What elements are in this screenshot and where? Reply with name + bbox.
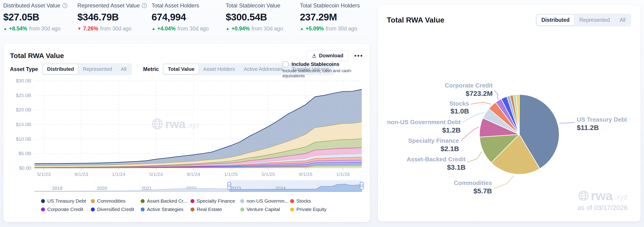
stat-label: Total Asset Holders — [152, 2, 226, 9]
asset-type-option-represented[interactable]: Represented — [78, 64, 116, 74]
legend-dot — [290, 199, 294, 203]
asset-type-label: Asset Type — [10, 66, 38, 72]
stat-label: Represented Asset Value? — [78, 2, 152, 9]
pie-asset-type-option-distributed[interactable]: Distributed — [536, 15, 574, 26]
pie-callout-line — [471, 102, 491, 104]
legend-label: Specialty Finance — [197, 198, 235, 204]
chart-legend: US Treasury DebtCommoditiesAsset-Backed … — [41, 198, 340, 212]
stat-label: Total Stablecoin Value — [226, 2, 300, 9]
legend-dot — [41, 199, 45, 203]
stat-card-2: Total Asset Holders674,994▲+4.04%from 30… — [152, 2, 226, 32]
legend-dot — [240, 199, 244, 203]
stat-value: $300.54B — [226, 12, 300, 23]
pie-callout-line — [494, 90, 498, 100]
svg-text:5/1/24: 5/1/24 — [149, 171, 163, 177]
stacked-area-chart: $30.0B$25.0B$20.0B$15.0B$10.0B$5.0B$0.00… — [4, 76, 370, 192]
info-icon[interactable]: ? — [142, 3, 147, 8]
stat-card-0: Distributed Asset Value?$27.05B▲+8.54%fr… — [3, 2, 78, 32]
svg-text:1/1/24: 1/1/24 — [112, 171, 126, 177]
asset-type-option-distributed[interactable]: Distributed — [43, 64, 78, 74]
legend-label: Real Estate — [197, 206, 222, 212]
pie-label-name: Corporate Credit — [445, 82, 493, 89]
stat-delta: ▲+5.09%from 30d ago — [300, 26, 374, 32]
svg-text:$5.0B: $5.0B — [18, 151, 31, 156]
info-icon[interactable]: ? — [62, 3, 68, 8]
up-arrow-icon: ▲ — [3, 27, 7, 31]
svg-text:1/1/26: 1/1/26 — [336, 171, 350, 177]
metric-option-asset-holders[interactable]: Asset Holders — [199, 64, 240, 74]
rwa-watermark-block: rwa .xyz as of 03/17/2026 — [578, 188, 628, 212]
asset-type-option-all[interactable]: All — [116, 64, 131, 74]
legend-dot — [141, 199, 144, 203]
legend-label: Corporate Credit — [47, 206, 83, 212]
download-label: Download — [319, 53, 344, 59]
panel-title: Total RWA Value — [387, 16, 536, 24]
svg-text:$0.00: $0.00 — [19, 165, 31, 171]
pie-label-name: US Treasury Debt — [577, 116, 627, 123]
legend-item-real-estate[interactable]: Real Estate — [190, 206, 240, 212]
pie-callout-line — [467, 152, 482, 162]
svg-text:5/1/23: 5/1/23 — [37, 171, 50, 177]
legend-item-stocks[interactable]: Stocks — [290, 198, 340, 204]
metric-label: Metric — [143, 66, 159, 72]
svg-text:$15.0B: $15.0B — [16, 122, 31, 127]
stats-row: Distributed Asset Value?$27.05B▲+8.54%fr… — [3, 2, 374, 32]
stat-label: Total Stablecoin Holders — [300, 2, 374, 9]
include-stablecoins-checkbox[interactable] — [282, 61, 288, 67]
metric-option-total-value[interactable]: Total Value — [164, 64, 199, 74]
legend-dot — [141, 207, 144, 211]
legend-item-corporate-credit[interactable]: Corporate Credit — [41, 206, 91, 212]
legend-item-specialty-finance[interactable]: Specialty Finance — [190, 198, 240, 204]
down-arrow-icon: ▼ — [78, 27, 81, 31]
legend-dot — [190, 207, 194, 211]
legend-item-diversified-credit[interactable]: Diversified Credit — [91, 206, 141, 212]
metric-option-active-addresses[interactable]: Active Addresses — [240, 64, 287, 74]
stat-value: 674,994 — [152, 12, 226, 23]
legend-item-non-us-government-debt[interactable]: non-US Governm... — [240, 198, 290, 204]
pie-asset-type-option-represented[interactable]: Represented — [574, 15, 615, 26]
legend-item-commodities[interactable]: Commodities — [91, 198, 141, 204]
legend-dot — [240, 207, 244, 211]
stat-delta: ▲+8.54%from 30d ago — [3, 26, 78, 32]
legend-label: Venture Capital — [246, 206, 280, 212]
legend-item-active-strategies[interactable]: Active Strategies — [141, 206, 190, 212]
legend-dot — [91, 199, 95, 203]
pie-label-name: Commodities — [454, 179, 492, 186]
stat-delta: ▲+4.04%from 30d ago — [152, 26, 226, 32]
legend-item-us-treasury-debt[interactable]: US Treasury Debt — [41, 198, 91, 204]
legend-label: non-US Governm... — [246, 198, 288, 204]
panel-header: Total RWA Value DistributedRepresentedAl… — [387, 14, 631, 27]
download-button[interactable]: Download — [307, 50, 348, 61]
pie-label-value: $11.2B — [577, 124, 599, 131]
up-arrow-icon: ▲ — [300, 27, 304, 31]
divider — [138, 64, 138, 75]
brush-handle-right[interactable] — [360, 182, 363, 189]
legend-dot — [190, 199, 194, 203]
globe-icon — [578, 190, 589, 201]
more-options-button[interactable]: ••• — [354, 52, 363, 59]
pie-label-value: $2.1B — [440, 145, 459, 152]
stat-value: $27.05B — [3, 12, 78, 23]
svg-text:2020: 2020 — [97, 186, 107, 191]
legend-item-venture-capital[interactable]: Venture Capital — [240, 206, 290, 212]
svg-text:$25.0B: $25.0B — [16, 93, 31, 98]
panel-header: Total RWA Value Download ••• — [10, 50, 363, 61]
watermark-tld: .xyz — [614, 193, 628, 203]
svg-text:$30.0B: $30.0B — [16, 78, 31, 83]
pie-label-name: Specialty Finance — [408, 137, 459, 144]
pie-asset-type-option-all[interactable]: All — [614, 15, 630, 26]
legend-label: US Treasury Debt — [47, 198, 86, 204]
pie-label-name: non-US Government Debt — [387, 119, 461, 126]
stat-value: 237.29M — [300, 12, 374, 23]
legend-label: Commodities — [97, 198, 126, 204]
legend-item-asset-backed-credit[interactable]: Asset-Backed Cr... — [141, 198, 190, 204]
asset-type-segmented-control: DistributedRepresentedAll — [42, 63, 132, 75]
stat-label: Distributed Asset Value? — [3, 2, 78, 9]
legend-dot — [91, 207, 95, 211]
legend-item-private-equity[interactable]: Private Equity — [290, 206, 340, 212]
include-stablecoins-group: Include Stablecoins Include stablecoins,… — [282, 61, 370, 78]
stat-value: $346.79B — [78, 12, 152, 23]
legend-dot — [290, 207, 294, 211]
brush-handle-left[interactable] — [228, 182, 231, 189]
total-rwa-value-pie-panel: Total RWA Value DistributedRepresentedAl… — [378, 5, 641, 222]
